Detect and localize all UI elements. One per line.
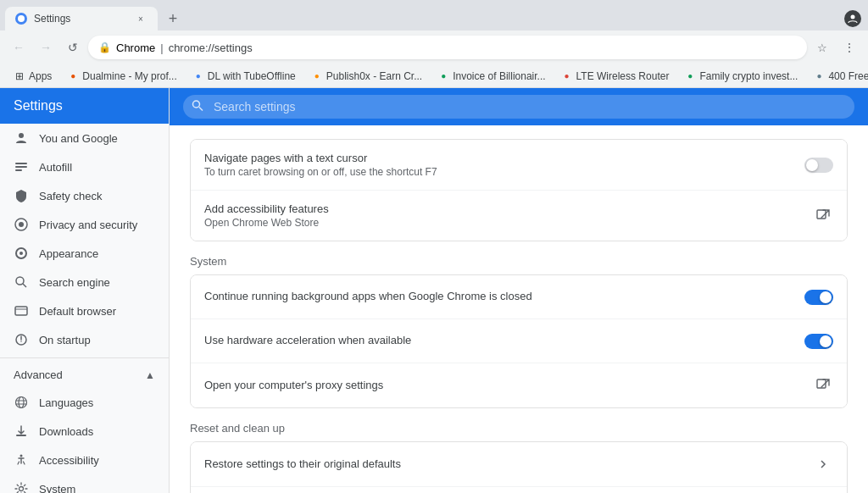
external-link-icon[interactable]	[813, 206, 833, 226]
bookmark-label: DL with TubeOffline	[208, 70, 296, 82]
more-menu-button[interactable]: ⋮	[837, 36, 861, 59]
bookmark-label: Dualmine - My prof...	[82, 70, 176, 82]
sidebar-item-appearance[interactable]: Appearance	[0, 239, 169, 268]
svg-rect-5	[15, 169, 22, 171]
bookmarks-bar: ⊞ Apps ● Dualmine - My prof... ● DL with…	[0, 64, 868, 88]
router-icon: ●	[561, 70, 573, 82]
bookmark-tools[interactable]: ● 400 Free Tools and...	[806, 69, 868, 84]
add-accessibility-desc: Open Chrome Web Store	[204, 217, 799, 229]
sidebar-item-default-browser[interactable]: Default browser	[0, 296, 169, 325]
profile-button[interactable]	[844, 10, 861, 27]
bookmark-tube[interactable]: ● DL with TubeOffline	[186, 69, 303, 84]
bookmark-crypto[interactable]: ● Family crypto invest...	[677, 69, 804, 84]
svg-point-8	[19, 252, 23, 255]
bookmark-router[interactable]: ● LTE Wireless Router	[554, 69, 676, 84]
active-tab[interactable]: Settings ×	[5, 7, 158, 30]
sidebar-item-label: System	[39, 483, 75, 494]
tab-title: Settings	[34, 13, 127, 25]
add-accessibility-row: Add accessibility features Open Chrome W…	[191, 191, 847, 241]
sidebar-item-label: You and Google	[39, 132, 118, 145]
back-button[interactable]: ←	[7, 36, 31, 59]
bookmark-label: Apps	[29, 70, 52, 82]
caret-browsing-row: Navigate pages with a text cursor To tur…	[191, 140, 847, 191]
search-icon	[14, 274, 29, 290]
svg-line-10	[23, 284, 26, 287]
bookmark-dualmine[interactable]: ● Dualmine - My prof...	[60, 69, 183, 84]
caret-browsing-toggle[interactable]	[804, 158, 833, 173]
sidebar-item-label: On startup	[39, 334, 91, 346]
reload-button[interactable]: ↺	[61, 36, 85, 59]
new-tab-button[interactable]: +	[161, 7, 185, 30]
sidebar-item-autofill[interactable]: Autofill	[0, 152, 169, 181]
person-icon	[14, 130, 29, 146]
bookmark-label: Invoice of Billionair...	[453, 70, 545, 82]
svg-line-22	[199, 108, 203, 111]
bookmark-label: 400 Free Tools and...	[828, 70, 868, 82]
sidebar-item-search-engine[interactable]: Search engine	[0, 268, 169, 296]
sidebar-item-system[interactable]: System	[0, 474, 169, 493]
sidebar-item-on-startup[interactable]: On startup	[0, 325, 169, 354]
tools-icon: ●	[813, 70, 825, 82]
svg-point-0	[18, 15, 25, 22]
sidebar-divider	[0, 357, 169, 358]
search-settings-input[interactable]	[183, 95, 854, 119]
bookmark-label: Family crypto invest...	[699, 70, 798, 82]
background-apps-row: Continue running background apps when Go…	[191, 275, 847, 319]
svg-rect-11	[15, 307, 27, 315]
browser-icon	[14, 303, 29, 319]
shield-icon	[14, 188, 29, 203]
proxy-external-link-icon[interactable]	[813, 375, 833, 396]
cleanup-computer-row[interactable]: Clean up computer	[191, 487, 847, 493]
sidebar-item-label: Downloads	[39, 425, 93, 438]
hardware-accel-toggle[interactable]	[804, 334, 833, 349]
url-scheme: Chrome	[116, 42, 155, 54]
svg-point-14	[16, 397, 27, 408]
sidebar-item-you-and-google[interactable]: You and Google	[0, 124, 169, 152]
svg-point-21	[193, 101, 200, 108]
bookmark-label: Publish0x - Earn Cr...	[326, 70, 422, 82]
add-accessibility-title: Add accessibility features	[204, 202, 799, 215]
tab-bar: Settings × +	[0, 0, 868, 30]
apps-icon: ⊞	[14, 70, 25, 82]
proxy-settings-title: Open your computer's proxy settings	[204, 379, 799, 391]
sidebar-item-accessibility[interactable]: Accessibility	[0, 446, 169, 474]
invoice-icon: ●	[437, 70, 449, 82]
svg-point-20	[19, 487, 24, 491]
restore-defaults-title: Restore settings to their original defau…	[204, 457, 799, 470]
caret-browsing-desc: To turn caret browsing on or off, use th…	[204, 166, 791, 178]
sidebar-item-label: Appearance	[39, 247, 98, 260]
sidebar-item-label: Safety check	[39, 190, 102, 202]
proxy-settings-row[interactable]: Open your computer's proxy settings	[191, 363, 847, 407]
search-icon	[192, 100, 203, 114]
crypto-icon: ●	[684, 70, 696, 82]
sidebar-advanced-section[interactable]: Advanced ▲	[0, 362, 169, 388]
close-tab-button[interactable]: ×	[134, 12, 147, 25]
address-bar[interactable]: 🔒 Chrome | chrome://settings	[88, 36, 807, 59]
bookmark-apps[interactable]: ⊞ Apps	[7, 69, 58, 84]
accessibility-card: Navigate pages with a text cursor To tur…	[190, 139, 848, 241]
background-apps-toggle[interactable]	[804, 290, 833, 305]
toggle-knob	[806, 159, 818, 171]
sidebar-item-downloads[interactable]: Downloads	[0, 417, 169, 446]
restore-defaults-row[interactable]: Restore settings to their original defau…	[191, 442, 847, 487]
bookmark-publish0x[interactable]: ● Publish0x - Earn Cr...	[304, 69, 429, 84]
downloads-icon	[14, 424, 29, 439]
reset-card: Restore settings to their original defau…	[190, 441, 848, 493]
bookmark-label: LTE Wireless Router	[576, 70, 670, 82]
chevron-right-icon	[813, 454, 833, 474]
svg-rect-4	[15, 166, 27, 168]
main-content: Settings You and Google Autofill Safety …	[0, 88, 868, 493]
startup-icon	[14, 332, 29, 347]
sidebar-item-privacy-security[interactable]: Privacy and security	[0, 210, 169, 239]
bookmark-invoice[interactable]: ● Invoice of Billionair...	[431, 69, 552, 84]
advanced-label: Advanced	[14, 368, 63, 381]
forward-button[interactable]: →	[34, 36, 58, 59]
sidebar: Settings You and Google Autofill Safety …	[0, 88, 170, 493]
bookmark-star-button[interactable]: ☆	[810, 36, 834, 59]
autofill-icon	[14, 159, 29, 174]
sidebar-item-languages[interactable]: Languages	[0, 388, 169, 417]
dualmine-icon: ●	[67, 70, 79, 82]
sidebar-item-safety-check[interactable]: Safety check	[0, 181, 169, 210]
tab-favicon	[15, 13, 27, 25]
background-apps-title: Continue running background apps when Go…	[204, 290, 791, 302]
